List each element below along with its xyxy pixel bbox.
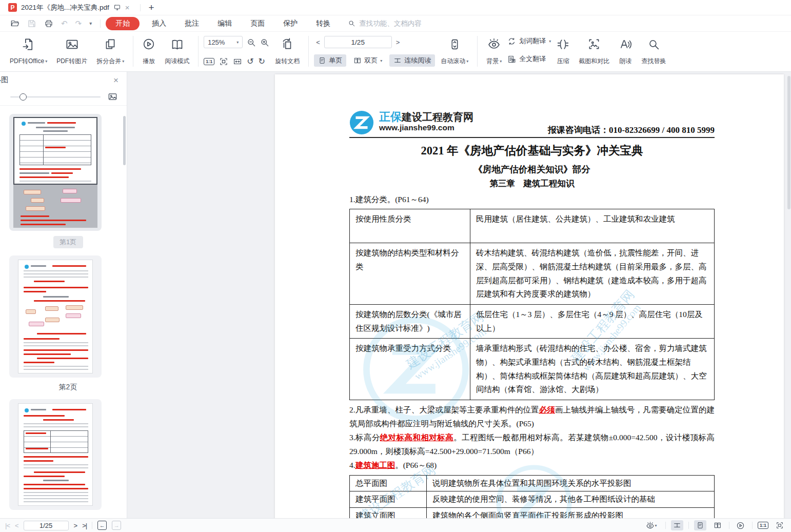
document-viewport[interactable]: 建设工程教育网 www.jianshe99.com 建设工程教育网 www.ji… bbox=[127, 72, 791, 518]
table-row: 总平面图 说明建筑物所在具体位置和其周围环境关系的水平投影图 bbox=[350, 475, 715, 491]
actual-size-button[interactable]: 1:1 bbox=[758, 522, 768, 529]
preview-redacted-mark bbox=[19, 176, 69, 178]
screenshot-compare-button[interactable]: 截图和对比 bbox=[575, 35, 613, 67]
next-page-icon[interactable]: > bbox=[74, 522, 77, 529]
actual-size-button[interactable]: 1:1 bbox=[204, 58, 214, 65]
menu-tab-start[interactable]: 开始 bbox=[106, 17, 140, 30]
background-button[interactable]: 背景▾ bbox=[483, 35, 505, 67]
new-tab-button[interactable]: + bbox=[146, 3, 157, 12]
double-page-toggle[interactable]: 双页▾ bbox=[349, 54, 386, 67]
preview-diagram-box bbox=[45, 318, 60, 322]
document-title: 2021 年《房地产估价基础与实务》冲关宝典 bbox=[349, 143, 715, 159]
previous-page-icon[interactable]: < bbox=[314, 38, 322, 46]
find-replace-button[interactable]: 查找替换 bbox=[638, 35, 669, 67]
search-input[interactable] bbox=[359, 19, 472, 27]
split-merge-button[interactable]: 拆分合并▾ bbox=[93, 35, 128, 67]
auto-scroll-button[interactable]: 自动滚动▾ bbox=[437, 35, 472, 67]
preview-redacted-mark bbox=[24, 353, 71, 355]
sidebar-close-icon[interactable]: × bbox=[113, 76, 118, 85]
status-separator bbox=[729, 522, 729, 529]
double-page-icon bbox=[353, 56, 362, 65]
zoom-level-select[interactable]: 125%▾ bbox=[204, 36, 243, 48]
thumbnail-item-3[interactable] bbox=[9, 399, 127, 510]
rotate-right-icon[interactable]: ↻ bbox=[259, 57, 265, 66]
thumbnail-card[interactable] bbox=[9, 255, 102, 378]
preview-redacted-mark bbox=[24, 476, 65, 477]
word-translate-button[interactable]: 划词翻译▾ bbox=[507, 36, 551, 46]
menu-tab-protect[interactable]: 保护 bbox=[274, 16, 307, 31]
compress-button[interactable]: 压缩 bbox=[553, 35, 573, 67]
thumbnail-card[interactable] bbox=[9, 399, 102, 510]
thumbnail-size-slider[interactable] bbox=[10, 96, 101, 97]
previous-page-icon[interactable]: < bbox=[15, 522, 18, 529]
play-button[interactable] bbox=[735, 520, 747, 530]
last-page-icon[interactable]: >| bbox=[82, 522, 87, 529]
view-forward-button[interactable]: → bbox=[112, 521, 121, 530]
continuous-reading-toggle[interactable]: 连续阅读 bbox=[389, 54, 435, 67]
reading-mode-button[interactable]: 阅读模式 bbox=[161, 35, 193, 67]
menu-tab-convert[interactable]: 转换 bbox=[307, 16, 340, 31]
status-separator bbox=[688, 522, 689, 529]
read-aloud-button[interactable]: 朗读 bbox=[615, 35, 636, 67]
tab-divider bbox=[140, 4, 141, 11]
fit-width-icon[interactable] bbox=[233, 56, 242, 67]
thumbnail-item-1[interactable]: 第1页 bbox=[9, 114, 127, 248]
thumbnail-card-selected[interactable] bbox=[9, 114, 102, 231]
fit-page-button[interactable] bbox=[774, 520, 786, 530]
full-translate-button[interactable]: 全文翻译 bbox=[507, 54, 551, 64]
sidebar-scrollbar[interactable] bbox=[123, 116, 126, 165]
redo-icon[interactable]: ↷ bbox=[75, 19, 82, 27]
view-back-button[interactable]: ← bbox=[97, 521, 107, 530]
zoom-in-icon[interactable] bbox=[260, 37, 269, 47]
customize-toolbar-chevron-icon[interactable]: ▾ bbox=[89, 21, 92, 26]
preview-diagram-box bbox=[45, 306, 58, 311]
single-page-toggle[interactable]: 单页 bbox=[314, 54, 346, 67]
preview-redacted-mark bbox=[21, 224, 66, 225]
menu-tab-comment[interactable]: 批注 bbox=[175, 16, 208, 31]
preview-diagram-box bbox=[26, 309, 36, 314]
preview-redacted-mark bbox=[34, 300, 85, 302]
slider-knob[interactable] bbox=[19, 93, 27, 101]
status-separator bbox=[752, 522, 753, 529]
preview-redacted-mark bbox=[43, 419, 74, 421]
document-tab[interactable]: P 2021年《房地...冲关宝典.pdf × bbox=[7, 0, 135, 15]
thumbnail-item-2[interactable]: 第2页 bbox=[9, 255, 127, 392]
chevron-down-icon: ▾ bbox=[500, 59, 502, 64]
pdf-to-image-button[interactable]: PDF转图片 bbox=[53, 35, 91, 67]
next-page-icon[interactable]: > bbox=[394, 38, 402, 46]
pdf-reader-window: P 2021年《房地...冲关宝典.pdf × + ↶ ↷ ▾ 开始 插入 批注… bbox=[0, 0, 791, 532]
undo-icon[interactable]: ↶ bbox=[61, 19, 68, 27]
rotate-left-icon[interactable]: ↺ bbox=[247, 57, 253, 66]
table-cell: 建筑平面图 bbox=[350, 491, 427, 508]
play-button[interactable]: 播放 bbox=[139, 35, 159, 67]
table-cell: 按建筑物的层数分类(《城市居住区规划设计标准》) bbox=[350, 304, 470, 338]
document-scrollbar[interactable] bbox=[787, 76, 790, 209]
double-page-toggle[interactable] bbox=[711, 520, 724, 530]
zoom-out-icon[interactable] bbox=[246, 37, 256, 47]
menu-tab-edit[interactable]: 编辑 bbox=[208, 16, 241, 31]
tab-close-icon[interactable]: × bbox=[125, 3, 130, 12]
pdf-to-image-icon bbox=[65, 36, 79, 52]
rotate-document-button[interactable]: 旋转文档 bbox=[271, 35, 303, 67]
save-icon[interactable] bbox=[27, 19, 36, 28]
preview-redacted-mark bbox=[24, 362, 54, 363]
page-2-preview bbox=[18, 260, 93, 373]
continuous-reading-toggle[interactable] bbox=[671, 520, 683, 530]
open-file-icon[interactable] bbox=[10, 19, 19, 28]
chevron-down-icon: ▾ bbox=[549, 39, 551, 44]
page-number-input[interactable]: 1/25 bbox=[324, 36, 392, 48]
menu-tab-page[interactable]: 页面 bbox=[241, 16, 274, 31]
background-eye-button[interactable]: ▾ bbox=[643, 520, 660, 530]
preview-redacted-mark bbox=[21, 220, 86, 221]
print-icon[interactable] bbox=[44, 19, 53, 28]
menu-bar: ↶ ↷ ▾ 开始 插入 批注 编辑 页面 保护 转换 bbox=[0, 15, 791, 32]
eye-icon bbox=[487, 36, 501, 52]
single-page-toggle[interactable] bbox=[694, 520, 706, 530]
first-page-icon[interactable]: |< bbox=[5, 522, 10, 529]
global-search[interactable] bbox=[348, 19, 472, 27]
menu-tab-insert[interactable]: 插入 bbox=[143, 16, 175, 31]
monitor-icon[interactable] bbox=[113, 4, 121, 11]
fit-page-icon[interactable] bbox=[219, 56, 228, 67]
status-page-number-input[interactable]: 1/25 bbox=[24, 521, 69, 530]
pdf-to-office-button[interactable]: PDF转Office▾ bbox=[6, 35, 51, 67]
